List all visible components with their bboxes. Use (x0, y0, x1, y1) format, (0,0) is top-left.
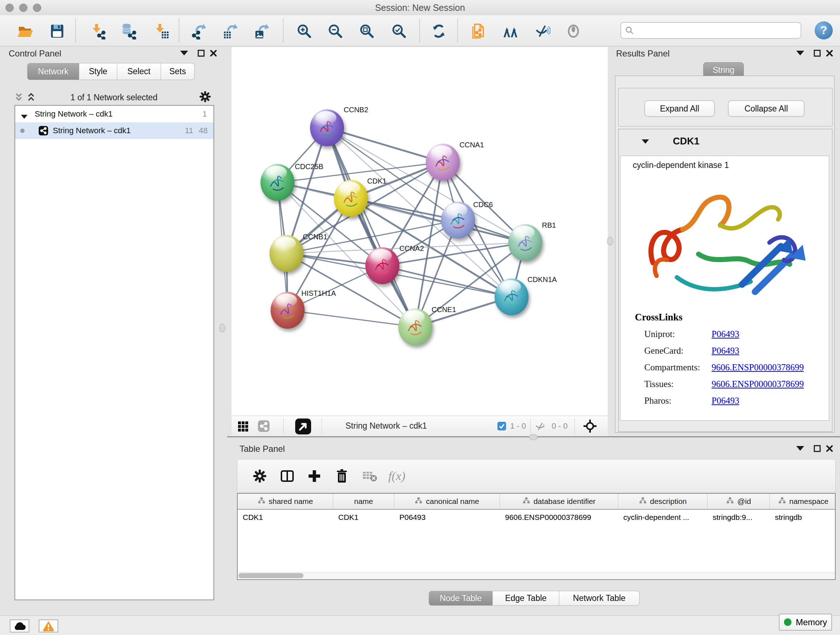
crosslink-link[interactable]: P06493 (712, 396, 739, 406)
table-cell[interactable]: stringdb (770, 510, 836, 525)
zoom-fit-button[interactable] (356, 21, 377, 41)
network-edge[interactable] (327, 128, 415, 327)
table-cell[interactable]: cyclin-dependent ... (618, 510, 707, 525)
expand-all-button[interactable]: Expand All (644, 100, 715, 117)
collapse-all-button[interactable]: Collapse All (728, 100, 805, 117)
import-network-file-button[interactable] (88, 21, 108, 41)
columns-icon[interactable] (279, 467, 296, 485)
tab-select[interactable]: Select (117, 63, 161, 80)
collapse-panel-icon[interactable] (796, 51, 804, 57)
collapse-panel-icon[interactable] (796, 446, 804, 452)
table-tab-node-table[interactable]: Node Table (429, 591, 493, 606)
table-tab-edge-table[interactable]: Edge Table (493, 591, 559, 606)
share-network-icon[interactable] (257, 420, 270, 433)
crosslink-link[interactable]: P06493 (712, 329, 739, 339)
column-header-namespace[interactable]: namespace (770, 494, 836, 509)
network-node-rb1[interactable] (508, 224, 542, 261)
function-icon[interactable]: f(x) (388, 467, 406, 485)
network-collection-row[interactable]: String Network – cdk1 1 (15, 106, 213, 122)
save-session-button[interactable] (47, 21, 67, 41)
hide-show-button[interactable] (532, 21, 553, 41)
column-header-@id[interactable]: @id (707, 494, 770, 509)
gear-icon[interactable] (251, 467, 268, 485)
collapse-panel-icon[interactable] (180, 51, 188, 57)
network-node-cdc25b[interactable] (261, 164, 294, 201)
network-node-ccna1[interactable] (426, 144, 460, 181)
crosslink-link[interactable]: 9606.ENSP00000378699 (712, 363, 804, 372)
scrollbar-thumb[interactable] (238, 573, 303, 578)
zoom-out-button[interactable] (325, 21, 345, 41)
tree-expand-triangle-icon[interactable] (21, 111, 27, 121)
network-node-hist1h1a[interactable] (271, 292, 305, 329)
zoom-in-button[interactable] (294, 21, 314, 41)
tab-network[interactable]: Network (27, 63, 79, 80)
homology-button[interactable] (500, 21, 521, 41)
export-image-button[interactable] (252, 21, 272, 41)
crosshair-icon[interactable] (583, 419, 597, 434)
network-node-ccne1[interactable] (398, 309, 432, 345)
crosslink-link[interactable]: P06493 (712, 346, 739, 356)
close-panel-icon[interactable] (210, 49, 218, 58)
export-network-file-button[interactable] (189, 21, 210, 41)
network-node-cdkn1a[interactable] (494, 279, 529, 315)
network-edge[interactable] (287, 310, 415, 327)
table-cell[interactable]: 9606.ENSP00000378699 (500, 510, 618, 525)
search-input[interactable] (637, 25, 797, 35)
export-table-button[interactable] (220, 21, 240, 41)
tab-style[interactable]: Style (79, 63, 117, 80)
table-cell[interactable]: P06493 (394, 510, 500, 525)
column-header-canonical-name[interactable]: canonical name (394, 494, 500, 509)
network-edge[interactable] (327, 128, 443, 162)
table-cell[interactable]: stringdb:9... (707, 510, 770, 525)
float-panel-icon[interactable] (197, 49, 205, 58)
float-panel-icon[interactable] (813, 49, 821, 58)
network-node-cdc6[interactable] (441, 202, 475, 239)
trash-icon[interactable] (333, 467, 351, 485)
section-collapse-triangle-icon[interactable] (642, 139, 649, 145)
network-row-selected[interactable]: String Network – cdk1 11 48 (15, 122, 213, 139)
close-panel-icon[interactable] (826, 49, 834, 58)
table-tab-network-table[interactable]: Network Table (559, 591, 639, 606)
table-row[interactable]: CDK1CDK1P064939606.ENSP00000378699cyclin… (238, 510, 835, 525)
zoom-selected-button[interactable] (388, 21, 409, 41)
string-app-button[interactable] (468, 21, 488, 41)
birdseye-view-icon[interactable] (295, 418, 311, 436)
export-image-icon (254, 23, 270, 40)
horizontal-scrollbar[interactable] (238, 572, 835, 579)
column-header-name[interactable]: name (333, 494, 394, 509)
table-cell[interactable]: CDK1 (333, 510, 394, 525)
hidden-eye-slash-icon[interactable] (535, 421, 546, 433)
network-node-ccnb1[interactable] (270, 235, 303, 272)
help-button[interactable]: ? (815, 21, 833, 40)
float-panel-icon[interactable] (813, 445, 821, 454)
network-node-cdk1[interactable] (334, 180, 368, 217)
open-session-button[interactable] (15, 21, 35, 41)
grid-icon[interactable] (237, 421, 249, 433)
warning-button[interactable] (39, 619, 58, 632)
column-header-description[interactable]: description (618, 494, 707, 509)
plus-icon[interactable] (306, 467, 323, 485)
column-header-database-identifier[interactable]: database identifier (500, 494, 618, 509)
crosslink-row: GeneCard:P06493 (621, 343, 829, 359)
splitter-handle[interactable] (607, 237, 613, 245)
column-header-shared-name[interactable]: shared name (238, 494, 333, 509)
selected-checkbox-icon[interactable] (497, 421, 507, 432)
cloud-button[interactable] (10, 619, 29, 632)
table-cell[interactable]: CDK1 (238, 510, 333, 525)
graphics-details-button[interactable] (564, 21, 584, 41)
close-panel-icon[interactable] (826, 445, 834, 454)
network-canvas[interactable]: CCNB2CCNA1CDC25BCDK1CDC6RB1CCNB1CCNA2CDK… (232, 47, 608, 416)
tab-sets[interactable]: Sets (161, 63, 195, 80)
refresh-view-button[interactable] (429, 21, 449, 41)
delete-table-icon[interactable] (361, 467, 378, 485)
splitter-handle[interactable] (219, 324, 225, 333)
tab-string[interactable]: String (703, 62, 744, 78)
network-node-ccna2[interactable] (365, 247, 399, 284)
network-edge[interactable] (382, 266, 512, 297)
gear-icon[interactable] (199, 90, 211, 104)
import-table-button[interactable] (151, 21, 172, 41)
import-network-database-button[interactable] (118, 21, 139, 41)
crosslink-link[interactable]: 9606.ENSP00000378699 (712, 379, 804, 389)
network-node-ccnb2[interactable] (310, 109, 344, 146)
memory-button[interactable]: Memory (779, 614, 832, 631)
